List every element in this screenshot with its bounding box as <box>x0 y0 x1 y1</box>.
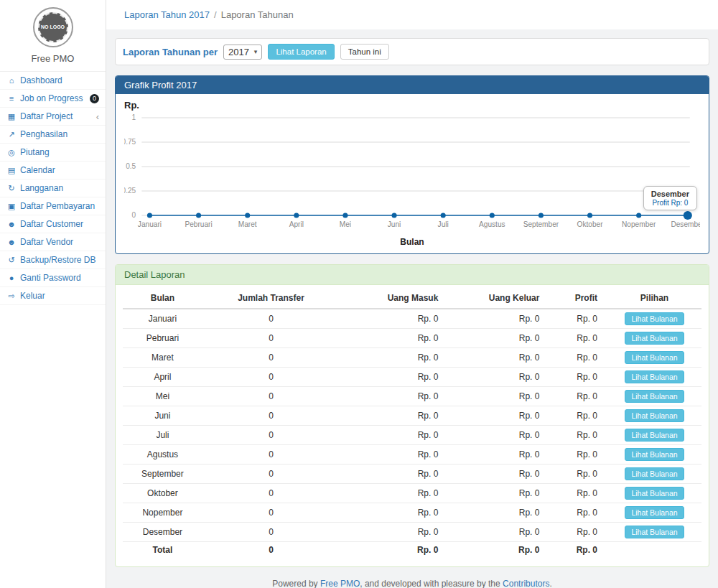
cell-profit: Rp. 0 <box>549 368 607 387</box>
sidebar-link-daftar-pembayaran[interactable]: ▣Daftar Pembayaran <box>0 197 106 215</box>
sidebar-link-job-on-progress[interactable]: ≡Job on Progress0 <box>0 90 106 107</box>
column-header-profit: Profit <box>549 288 607 309</box>
sidebar-item-keluar[interactable]: ⇨Keluar <box>0 287 106 305</box>
lihat-bulanan-button[interactable]: Lihat Bulanan <box>625 429 684 442</box>
table-row: Juli0Rp. 0Rp. 0Rp. 0Lihat Bulanan <box>123 426 701 445</box>
table-row: Agustus0Rp. 0Rp. 0Rp. 0Lihat Bulanan <box>123 445 701 465</box>
x-tick-label: Agustus <box>479 220 505 228</box>
sidebar-item-label: Keluar <box>20 291 45 301</box>
lihat-bulanan-button[interactable]: Lihat Bulanan <box>625 409 684 422</box>
sidebar-link-piutang[interactable]: ◎Piutang <box>0 144 106 161</box>
lihat-bulanan-button[interactable]: Lihat Bulanan <box>625 370 684 383</box>
sidebar-item-ganti-password[interactable]: ●Ganti Password <box>0 269 106 287</box>
data-point-september[interactable] <box>538 213 544 218</box>
data-point-oktober[interactable] <box>587 213 592 218</box>
lihat-bulanan-button[interactable]: Lihat Bulanan <box>625 390 684 403</box>
sidebar-item-label: Ganti Password <box>20 273 81 283</box>
no-logo-stamp: NO LOGO <box>38 12 68 42</box>
cell-profit: Rp. 0 <box>549 348 607 368</box>
sidebar-item-daftar-vendor[interactable]: ☻Daftar Vendor <box>0 233 106 251</box>
data-point-juni[interactable] <box>392 213 397 218</box>
sidebar-link-dashboard[interactable]: ⌂Dashboard <box>0 72 106 89</box>
cell-bulan: Mei <box>123 387 202 406</box>
data-point-nopember[interactable] <box>636 213 641 218</box>
sidebar-link-keluar[interactable]: ⇨Keluar <box>0 287 106 304</box>
lihat-bulanan-button[interactable]: Lihat Bulanan <box>625 448 684 461</box>
cell-uang-masuk: Rp. 0 <box>340 445 448 465</box>
cell-pilihan: Lihat Bulanan <box>607 503 701 523</box>
data-point-pebruari[interactable] <box>196 213 201 218</box>
footer-text-powered: Powered by <box>272 579 320 588</box>
cell-bulan: Juni <box>123 406 202 426</box>
detail-report-panel: Detail Laporan BulanJumlah TransferUang … <box>115 264 709 567</box>
cell-bulan: Juli <box>123 426 202 445</box>
report-table: BulanJumlah TransferUang MasukUang Kelua… <box>123 288 701 558</box>
cell-uang-keluar: Rp. 0 <box>448 426 549 445</box>
data-point-agustus[interactable] <box>490 213 495 218</box>
chart-y-axis-label: Rp. <box>124 100 700 111</box>
sidebar-link-daftar-customer[interactable]: ☻Daftar Customer <box>0 215 106 233</box>
sidebar-item-job-on-progress[interactable]: ≡Job on Progress0 <box>0 90 106 108</box>
lihat-bulanan-button[interactable]: Lihat Bulanan <box>625 312 684 325</box>
cell-jumlah-transfer: 0 <box>202 406 340 426</box>
year-select[interactable]: 2017 ▾ <box>223 45 262 60</box>
cell-profit: Rp. 0 <box>549 445 607 465</box>
chart-body: Rp. 00.250.50.751JanuariPebruariMaretApr… <box>116 94 709 253</box>
sidebar-item-piutang[interactable]: ◎Piutang <box>0 144 106 162</box>
footer-contributors-link[interactable]: Contributors <box>503 579 549 588</box>
sidebar-item-label: Dashboard <box>20 75 62 85</box>
data-point-juli[interactable] <box>441 213 446 218</box>
detail-panel-title: Detail Laporan <box>116 265 709 285</box>
cell-pilihan: Lihat Bulanan <box>607 426 701 445</box>
x-tick-label: September <box>523 220 559 228</box>
data-point-januari[interactable] <box>147 213 152 218</box>
sidebar-item-backup-restore-db[interactable]: ↺Backup/Restore DB <box>0 251 106 269</box>
sidebar-link-backup-restore-db[interactable]: ↺Backup/Restore DB <box>0 251 106 269</box>
table-row: April0Rp. 0Rp. 0Rp. 0Lihat Bulanan <box>123 368 701 387</box>
footer-text-middle: , and developed with pleasure by the <box>360 579 503 588</box>
sidebar-item-penghasilan[interactable]: ↗Penghasilan <box>0 126 106 144</box>
cell-uang-masuk: Rp. 0 <box>340 309 448 329</box>
sidebar-item-daftar-pembayaran[interactable]: ▣Daftar Pembayaran <box>0 197 106 215</box>
data-point-maret[interactable] <box>245 213 250 218</box>
footer-brand-link[interactable]: Free PMO <box>320 579 360 588</box>
sidebar-link-daftar-vendor[interactable]: ☻Daftar Vendor <box>0 233 106 251</box>
lihat-bulanan-button[interactable]: Lihat Bulanan <box>625 467 684 480</box>
lihat-bulanan-button[interactable]: Lihat Bulanan <box>625 526 684 538</box>
cell-uang-keluar: Rp. 0 <box>448 445 549 465</box>
sidebar-item-daftar-customer[interactable]: ☻Daftar Customer <box>0 215 106 233</box>
cell-jumlah-transfer: 0 <box>202 484 340 503</box>
sidebar-item-dashboard[interactable]: ⌂Dashboard <box>0 72 106 90</box>
sidebar-item-langganan[interactable]: ↻Langganan <box>0 179 106 197</box>
breadcrumb-link[interactable]: Laporan Tahun 2017 <box>124 9 210 20</box>
app-name: Free PMO <box>0 53 106 64</box>
sidebar-link-langganan[interactable]: ↻Langganan <box>0 179 106 197</box>
sidebar-link-ganti-password[interactable]: ●Ganti Password <box>0 269 106 286</box>
cell-pilihan: Lihat Bulanan <box>607 368 701 387</box>
sidebar-item-label: Job on Progress <box>20 93 83 103</box>
tahun-ini-button[interactable]: Tahun ini <box>340 44 389 60</box>
cell-jumlah-transfer: 0 <box>202 348 340 368</box>
lihat-bulanan-button[interactable]: Lihat Bulanan <box>625 506 684 519</box>
sidebar-item-label: Daftar Customer <box>20 219 83 229</box>
lihat-bulanan-button[interactable]: Lihat Bulanan <box>625 332 684 345</box>
data-point-april[interactable] <box>294 213 299 218</box>
cell-profit: Rp. 0 <box>549 406 607 426</box>
lihat-bulanan-button[interactable]: Lihat Bulanan <box>625 351 684 364</box>
cell-jumlah-transfer: 0 <box>202 445 340 465</box>
data-point-desember[interactable] <box>684 211 692 220</box>
lihat-bulanan-button[interactable]: Lihat Bulanan <box>625 487 684 500</box>
sidebar-link-daftar-project[interactable]: ▦Daftar Project‹ <box>0 108 106 125</box>
caret-down-icon: ▾ <box>254 48 258 55</box>
sidebar-link-penghasilan[interactable]: ↗Penghasilan <box>0 126 106 143</box>
lihat-laporan-button[interactable]: Lihat Laporan <box>268 44 334 60</box>
cell-profit: Rp. 0 <box>549 309 607 329</box>
data-point-mei[interactable] <box>342 213 348 218</box>
sidebar-link-calendar[interactable]: ▤Calendar <box>0 162 106 179</box>
cell-jumlah-transfer: 0 <box>202 465 340 484</box>
cell-uang-keluar: Rp. 0 <box>448 387 549 406</box>
sidebar-item-daftar-project[interactable]: ▦Daftar Project‹ <box>0 108 106 126</box>
cell-pilihan: Lihat Bulanan <box>607 406 701 426</box>
sidebar-item-calendar[interactable]: ▤Calendar <box>0 162 106 179</box>
cell-bulan: Januari <box>123 309 202 329</box>
